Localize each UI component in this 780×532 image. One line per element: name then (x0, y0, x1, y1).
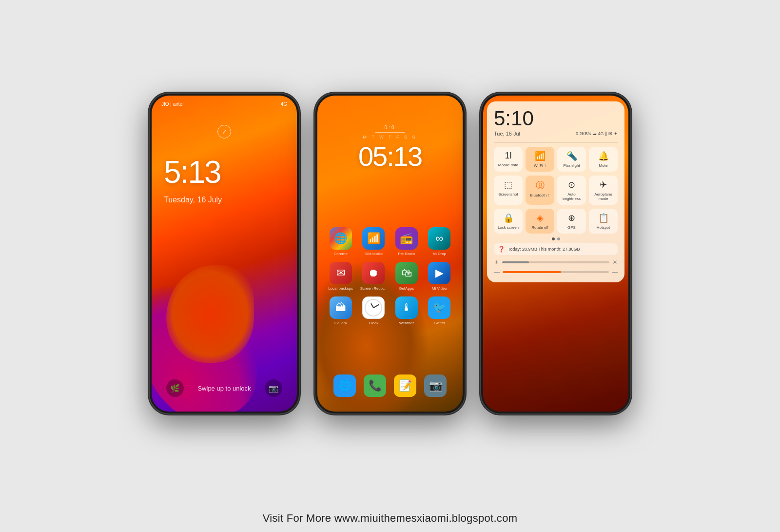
gmail-icon: ✉ (330, 262, 352, 284)
wifi-label: Wi-Fi ↑ (534, 163, 546, 168)
phone2-widget: 0:0 M T W T F S S 05:13 (317, 125, 463, 172)
ctrl-rotate-off[interactable]: ◈ Rotate off (526, 209, 554, 234)
ctrl-grid-row1: 1l Mobile data 📶 Wi-Fi ↑ 🔦 Flashlight (494, 147, 618, 172)
recorder-label: Screen Recorder (360, 286, 387, 291)
app-getapps[interactable]: 🛍 GetApps (393, 262, 420, 291)
ctrl-flashlight[interactable]: 🔦 Flashlight (557, 147, 586, 172)
phone3-wallpaper: 5:10 Tue, 16 Jul 0.2KB/s ☁ 4G ‖ ✉ ✦ 1l M… (483, 96, 628, 412)
phone1-signal: 4G (281, 101, 287, 107)
flashlight-icon: 🔦 (566, 151, 577, 161)
gallery-label: Gallery (334, 321, 347, 325)
sim-label: SIM toolkit (365, 252, 383, 256)
wifi-icon: 📶 (535, 151, 546, 161)
mivideo-label: Mi Video (432, 286, 447, 291)
phone3-wrapper: 5:10 Tue, 16 Jul 0.2KB/s ☁ 4G ‖ ✉ ✦ 1l M… (480, 93, 631, 414)
app-twitter[interactable]: 🐦 Twitter (426, 296, 453, 325)
app-gmail[interactable]: ✉ Local backups (327, 262, 354, 291)
midrop-icon: ∞ (428, 227, 450, 250)
dock-phone[interactable]: 📞 (364, 374, 386, 397)
mobile-data-label: Mobile data (498, 163, 518, 167)
ctrl-brightness-control[interactable]: ☀ ☀ (494, 259, 618, 266)
ctrl-time: 5:10 (494, 108, 618, 129)
recorder-icon: ⏺ (362, 262, 385, 284)
phone2-clock: 05:13 (358, 140, 422, 172)
volume-high-icon: — (612, 269, 618, 276)
gmail-label: Local backups (328, 286, 353, 291)
phone-icon: 📞 (364, 374, 386, 397)
volume-low-icon: — (494, 269, 500, 276)
gps-icon: ⊕ (568, 213, 575, 223)
app-midrop[interactable]: ∞ Mi Drop (426, 227, 453, 256)
phone1-torch-icon[interactable]: 🌿 (166, 379, 184, 397)
phone1-status-bar: JIO | airtel 4G (152, 101, 297, 107)
gps-label: GPS (567, 225, 576, 230)
ctrl-gps[interactable]: ⊕ GPS (557, 209, 586, 234)
rotate-label: Rotate off (531, 225, 548, 230)
ctrl-wifi[interactable]: 📶 Wi-Fi ↑ (526, 147, 554, 172)
brightness-fill (502, 261, 529, 263)
ctrl-date-row: Tue, 16 Jul 0.2KB/s ☁ 4G ‖ ✉ ✦ (494, 131, 618, 137)
app-clock[interactable]: Clock (360, 296, 388, 325)
phone2-wrapper: 0:0 M T W T F S S 05:13 🌐 Chrome 📶 (314, 93, 466, 414)
ctrl-grid-row2: ⬚ Screenshot Ⓑ Bluetooth ↑ ⊙ Auto bright… (494, 176, 618, 205)
screenshot-icon: ⬚ (504, 179, 512, 190)
ctrl-volume-control[interactable]: — — (494, 269, 618, 276)
app-mivideo[interactable]: ▶ Mi Video (426, 262, 453, 291)
app-gallery[interactable]: 🏔 Gallery (327, 296, 354, 325)
dock-camera[interactable]: 📷 (424, 374, 447, 397)
phone2-apps-grid: 🌐 Chrome 📶 SIM toolkit 📻 FM Radio ∞ (317, 227, 463, 325)
phone1-frame: JIO | airtel 4G ✓ 5:13 Tuesday, 16 July … (149, 93, 300, 414)
browser-icon: 🌐 (333, 374, 356, 397)
control-panel: 5:10 Tue, 16 Jul 0.2KB/s ☁ 4G ‖ ✉ ✦ 1l M… (487, 101, 624, 282)
brightness-low-icon: ☀ (494, 259, 499, 266)
ctrl-lock-screen[interactable]: 🔒 Lock screen (494, 209, 523, 234)
app-fmradio[interactable]: 📻 FM Radio (393, 227, 420, 256)
phone2-screen: 0:0 M T W T F S S 05:13 🌐 Chrome 📶 (317, 96, 463, 412)
phone2-frame: 0:0 M T W T F S S 05:13 🌐 Chrome 📶 (314, 93, 466, 414)
auto-brightness-icon: ⊙ (568, 179, 575, 190)
app-simtoolkit[interactable]: 📶 SIM toolkit (360, 227, 388, 256)
volume-bar[interactable] (503, 271, 609, 273)
ctrl-data-text: Today: 20.9MB This month: 27.80GB (508, 247, 580, 252)
phone1-notification-icon: ✓ (217, 125, 231, 138)
phone1-camera-icon[interactable]: 📷 (265, 379, 282, 397)
weather-label: Weather (399, 321, 414, 325)
app-weather[interactable]: 🌡 Weather (393, 296, 420, 325)
brightness-bar[interactable] (502, 261, 609, 263)
ctrl-hotspot[interactable]: 📋 Hotspot (589, 209, 618, 234)
footer: Visit For More www.miuithemesxiaomi.blog… (263, 507, 518, 532)
clock-icon (362, 296, 385, 319)
phone3-frame: 5:10 Tue, 16 Jul 0.2KB/s ☁ 4G ‖ ✉ ✦ 1l M… (480, 93, 631, 414)
ctrl-auto-brightness[interactable]: ⊙ Auto brightness (557, 176, 586, 205)
phone2-dock: 🌐 📞 📝 📷 (317, 374, 463, 397)
midrop-label: Mi Drop (432, 252, 446, 256)
getapps-icon: 🛍 (395, 262, 418, 284)
screenshot-label: Screenshot (498, 192, 518, 197)
dock-browser[interactable]: 🌐 (333, 374, 356, 397)
ctrl-mobile-data[interactable]: 1l Mobile data (494, 147, 523, 172)
twitter-label: Twitter (433, 321, 445, 325)
dock-notes[interactable]: 📝 (394, 374, 416, 397)
ctrl-data-usage: ❓ Today: 20.9MB This month: 27.80GB (494, 243, 618, 255)
mivideo-icon: ▶ (428, 262, 450, 284)
fm-label: FM Radio (398, 252, 415, 256)
app-recorder[interactable]: ⏺ Screen Recorder (360, 262, 388, 291)
ctrl-screenshot[interactable]: ⬚ Screenshot (494, 176, 523, 205)
gallery-icon: 🏔 (330, 296, 352, 319)
chrome-icon: 🌐 (330, 227, 352, 250)
phone1-time: 5:13 (164, 154, 221, 190)
getapps-label: GetApps (399, 286, 414, 291)
ctrl-aeroplane[interactable]: ✈ Aeroplane mode (589, 176, 618, 205)
chrome-label: Chrome (334, 252, 348, 256)
hotspot-label: Hotspot (597, 225, 610, 230)
phone2-wallpaper: 0:0 M T W T F S S 05:13 🌐 Chrome 📶 (317, 96, 463, 412)
phone1-bottom-bar: 🌿 Swipe up to unlock 📷 (152, 379, 297, 397)
ctrl-bluetooth[interactable]: Ⓑ Bluetooth ↑ (526, 176, 554, 205)
ctrl-dot-1 (552, 237, 555, 240)
bluetooth-icon: Ⓑ (536, 179, 545, 191)
ctrl-grid-row3: 🔒 Lock screen ◈ Rotate off ⊕ GPS (494, 209, 618, 234)
ctrl-mute[interactable]: 🔔 Mute (589, 147, 618, 172)
app-chrome[interactable]: 🌐 Chrome (327, 227, 354, 256)
brightness-high-icon: ☀ (612, 259, 618, 266)
ctrl-date: Tue, 16 Jul (494, 131, 520, 137)
